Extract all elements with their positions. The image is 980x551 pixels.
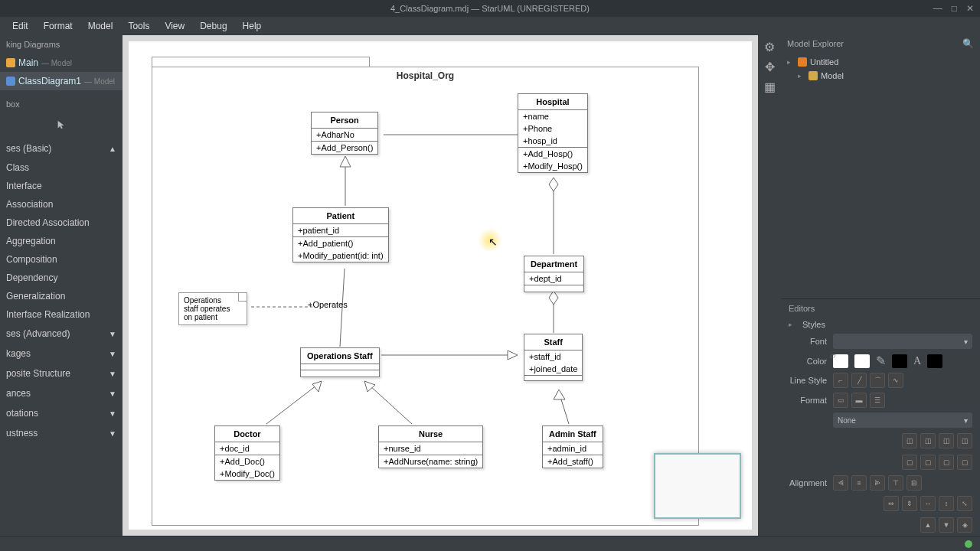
cursor-icon: ↖ xyxy=(488,236,498,248)
align-left-icon[interactable]: ⫷ xyxy=(833,475,848,491)
explorer-untitled[interactable]: ▸ Untitled xyxy=(787,55,974,69)
stereotype-2-icon[interactable]: ◫ xyxy=(920,433,936,448)
line-oblique-icon[interactable]: ╱ xyxy=(851,373,867,388)
size-h-icon[interactable]: ↕ xyxy=(939,496,954,511)
tool-realization[interactable]: Interface Realization xyxy=(0,305,122,324)
minimize-button[interactable]: — xyxy=(933,3,942,14)
align-middle-icon[interactable]: ⊟ xyxy=(906,475,922,491)
note-operations[interactable]: Operations staff operates on patient xyxy=(178,292,247,325)
section-composite[interactable]: posite Structure▼ xyxy=(0,364,122,383)
format-1-icon[interactable]: ▭ xyxy=(833,393,848,408)
tool-interface[interactable]: Interface xyxy=(0,177,122,195)
class-person[interactable]: Person +AdharNo +Add_Person() xyxy=(311,112,378,155)
section-annotations[interactable]: otations▼ xyxy=(0,403,122,423)
diagram-icon xyxy=(6,58,15,67)
op-4-icon[interactable]: ▢ xyxy=(957,455,972,470)
align-right-icon[interactable]: ⫸ xyxy=(870,475,885,491)
menu-tools[interactable]: Tools xyxy=(120,18,157,34)
section-instances[interactable]: ances▼ xyxy=(0,383,122,403)
minimap[interactable] xyxy=(654,453,741,519)
explorer-model[interactable]: ▸ Model xyxy=(787,69,974,83)
font-dropdown[interactable]: ▾ xyxy=(833,334,972,349)
tool-aggregation[interactable]: Aggregation xyxy=(0,232,122,250)
menu-format[interactable]: Format xyxy=(36,18,80,34)
tool-association[interactable]: Association xyxy=(0,195,122,214)
close-button[interactable]: ✕ xyxy=(966,3,974,14)
text-black[interactable] xyxy=(927,354,942,368)
op-2-icon[interactable]: ▢ xyxy=(920,455,936,470)
size-both-icon[interactable]: ⤡ xyxy=(957,496,972,511)
tool-grid-icon[interactable]: ▦ xyxy=(761,78,778,95)
stereotype-3-icon[interactable]: ◫ xyxy=(939,433,954,448)
class-department[interactable]: Department +dept_id xyxy=(524,256,584,292)
format-2-icon[interactable]: ▬ xyxy=(851,393,867,408)
tool-extension-icon[interactable]: ⚙ xyxy=(761,38,778,55)
titlebar: 4_ClassDiagram.mdj — StarUML (UNREGISTER… xyxy=(0,0,980,17)
class-patient[interactable]: Patient +patient_id +Add_patient() +Modi… xyxy=(292,207,389,262)
class-nurse[interactable]: Nurse +nurse_id +AddNurse(name: string) xyxy=(378,425,483,468)
line-rounded-icon[interactable]: ⌒ xyxy=(870,373,885,388)
section-basic[interactable]: ses (Basic)▲ xyxy=(0,139,122,158)
class-hospital[interactable]: Hospital +name +Phone +hosp_id +Add_Hosp… xyxy=(518,93,588,173)
format-dropdown[interactable]: None▾ xyxy=(833,412,972,428)
align-top-icon[interactable]: ⊤ xyxy=(888,475,903,491)
class-doctor[interactable]: Doctor +doc_id +Add_Doc() +Modify_Doc() xyxy=(214,425,280,481)
tree-classdiagram[interactable]: ClassDiagram1 — Model xyxy=(0,72,122,90)
statusbar xyxy=(0,536,980,551)
section-robustness[interactable]: ustness▼ xyxy=(0,423,122,443)
line-black[interactable] xyxy=(892,354,907,368)
stereotype-4-icon[interactable]: ◫ xyxy=(957,433,972,448)
op-3-icon[interactable]: ▢ xyxy=(939,455,954,470)
menubar: Edit Format Model Tools View Debug Help xyxy=(0,17,980,35)
format-3-icon[interactable]: ☰ xyxy=(870,393,885,408)
line-rect-icon[interactable]: ⌐ xyxy=(833,373,848,388)
canvas[interactable]: Hospital_Org xyxy=(129,41,752,530)
class-staff[interactable]: Staff +staff_id +joined_date xyxy=(524,334,583,381)
stereotype-1-icon[interactable]: ◫ xyxy=(902,433,917,448)
class-admin[interactable]: Admin Staff +admin_id +Add_staff() xyxy=(542,425,603,468)
assoc-label: +Operates xyxy=(308,300,348,309)
op-1-icon[interactable]: ▢ xyxy=(902,455,917,470)
menu-model[interactable]: Model xyxy=(80,18,121,34)
layer-auto-icon[interactable]: ◈ xyxy=(957,517,972,533)
tree-main[interactable]: Main — Model xyxy=(0,54,122,72)
maximize-button[interactable]: □ xyxy=(952,3,957,14)
section-packages[interactable]: kages▼ xyxy=(0,344,122,364)
tool-generalization[interactable]: Generalization xyxy=(0,287,122,305)
tool-directed[interactable]: Directed Association xyxy=(0,214,122,232)
search-icon[interactable]: 🔍 xyxy=(962,38,974,49)
menu-edit[interactable]: Edit xyxy=(5,18,36,34)
font-label: Font xyxy=(789,337,827,346)
layer-front-icon[interactable]: ▲ xyxy=(920,517,936,533)
section-advanced[interactable]: ses (Advanced)▼ xyxy=(0,324,122,344)
canvas-container[interactable]: Hospital_Org xyxy=(122,35,758,536)
tool-composition[interactable]: Composition xyxy=(0,250,122,269)
package-tab[interactable] xyxy=(152,57,370,67)
class-opstaff[interactable]: Operations Staff xyxy=(300,347,380,377)
layer-back-icon[interactable]: ▼ xyxy=(939,517,954,533)
window-title: 4_ClassDiagram.mdj — StarUML (UNREGISTER… xyxy=(390,4,590,13)
menu-view[interactable]: View xyxy=(157,18,192,34)
explorer-header: Model Explorer xyxy=(787,39,956,48)
format-label: Format xyxy=(789,396,827,405)
left-panel: king Diagrams Main — Model ClassDiagram1… xyxy=(0,35,122,536)
fill-color[interactable]: ▱ xyxy=(833,354,848,368)
styles-row[interactable]: ▸ Styles xyxy=(781,318,980,331)
right-toolbar: ⚙ ✥ ▦ xyxy=(758,35,781,536)
tool-dependency[interactable]: Dependency xyxy=(0,269,122,287)
fill-white[interactable] xyxy=(854,354,870,368)
menu-help[interactable]: Help xyxy=(235,18,270,34)
tool-class[interactable]: Class xyxy=(0,158,122,177)
cursor-tool[interactable] xyxy=(0,113,122,139)
tool-move-icon[interactable]: ✥ xyxy=(761,58,778,75)
menu-debug[interactable]: Debug xyxy=(192,18,234,34)
size-w-icon[interactable]: ↔ xyxy=(920,496,936,511)
pen-icon[interactable]: ✎ xyxy=(876,354,886,368)
right-panel: Model Explorer 🔍 ▸ Untitled ▸ Model Edit… xyxy=(781,35,980,536)
text-color-icon[interactable]: A xyxy=(913,355,921,367)
dist-v-icon[interactable]: ⇕ xyxy=(902,496,917,511)
dist-h-icon[interactable]: ⇔ xyxy=(884,496,899,511)
align-center-icon[interactable]: ≡ xyxy=(851,475,867,491)
line-curve-icon[interactable]: ∿ xyxy=(888,373,903,388)
package-title: Hospital_Org xyxy=(152,70,699,81)
